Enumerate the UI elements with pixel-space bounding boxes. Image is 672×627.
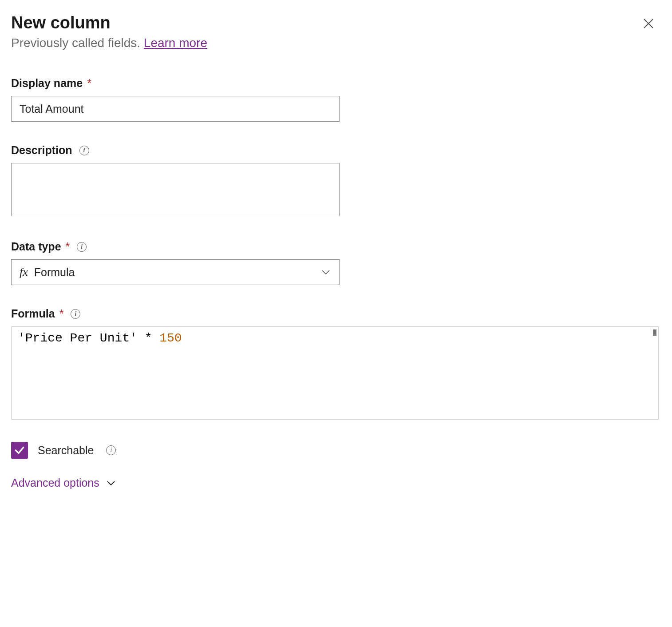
required-marker: *: [87, 77, 91, 90]
formula-fx-icon: fx: [20, 266, 28, 279]
description-label-text: Description: [11, 144, 72, 157]
data-type-label-text: Data type: [11, 240, 61, 253]
display-name-field-group: Display name *: [11, 77, 659, 122]
advanced-options-toggle[interactable]: Advanced options: [11, 476, 116, 489]
info-icon[interactable]: i: [77, 242, 87, 252]
formula-editor[interactable]: 'Price Per Unit' * 150: [11, 326, 659, 420]
formula-token-number: 150: [159, 331, 182, 345]
formula-token-operator: *: [137, 331, 159, 345]
searchable-checkbox[interactable]: [11, 442, 28, 459]
checkmark-icon: [14, 444, 25, 456]
formula-label: Formula * i: [11, 307, 659, 320]
searchable-label: Searchable: [38, 444, 94, 457]
chevron-down-icon: [320, 267, 331, 278]
formula-label-text: Formula: [11, 307, 55, 320]
learn-more-link[interactable]: Learn more: [144, 36, 207, 50]
info-icon[interactable]: i: [106, 445, 116, 455]
panel-title: New column: [11, 13, 207, 32]
required-marker: *: [59, 307, 64, 320]
formula-field-group: Formula * i 'Price Per Unit' * 150: [11, 307, 659, 420]
description-input[interactable]: [11, 163, 340, 216]
subtitle-text: Previously called fields.: [11, 36, 144, 50]
data-type-label: Data type * i: [11, 240, 659, 253]
info-icon[interactable]: i: [71, 309, 80, 319]
close-icon: [642, 17, 655, 30]
display-name-label-text: Display name: [11, 77, 83, 90]
display-name-input[interactable]: [11, 96, 340, 122]
info-icon[interactable]: i: [79, 146, 89, 155]
formula-token-string: 'Price Per Unit': [18, 331, 137, 345]
panel-subtitle: Previously called fields. Learn more: [11, 36, 207, 50]
data-type-select[interactable]: fx Formula: [11, 259, 340, 285]
chevron-down-icon: [106, 478, 116, 488]
description-label: Description i: [11, 144, 659, 157]
data-type-selected-value: Formula: [34, 266, 320, 279]
searchable-row: Searchable i: [11, 442, 659, 459]
required-marker: *: [66, 240, 70, 253]
data-type-field-group: Data type * i fx Formula: [11, 240, 659, 285]
close-button[interactable]: [638, 13, 659, 36]
description-field-group: Description i: [11, 144, 659, 218]
advanced-options-label: Advanced options: [11, 476, 99, 489]
display-name-label: Display name *: [11, 77, 659, 90]
